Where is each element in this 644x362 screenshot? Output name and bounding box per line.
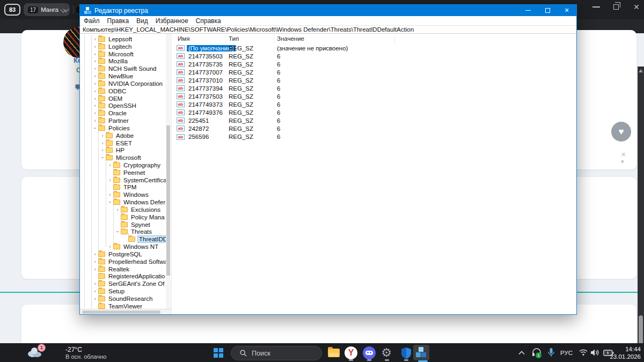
tree-item-logitech[interactable]: ›Logitech [80,43,172,50]
chevron-collapsed-icon[interactable]: › [92,88,98,94]
browser-close-button[interactable]: ✕ [633,3,640,11]
value-name[interactable]: 2147737007 [187,69,224,76]
chevron-collapsed-icon[interactable]: › [107,244,113,249]
value-name[interactable]: 242872 [187,125,210,132]
browser-minimize-button[interactable] [592,6,600,8]
chevron-collapsed-icon[interactable]: › [92,110,98,116]
tree-item-partner[interactable]: ›Partner [80,117,172,124]
tree-item-registeredapplicatio[interactable]: RegisteredApplicatio [80,273,172,280]
menu-file[interactable]: Файл [84,17,104,25]
value-name[interactable]: 225451 [187,117,210,124]
registry-value-row[interactable]: ab2147735735REG_SZ6 [173,60,576,68]
tree-item-policies[interactable]: ›Policies [80,124,172,132]
file-explorer-icon[interactable] [328,346,341,359]
discord-icon[interactable] [363,346,376,359]
chevron-expanded-icon[interactable]: › [92,125,98,131]
minimize-button[interactable] [518,5,538,16]
chevron-collapsed-icon[interactable]: › [92,118,98,123]
tree-item-windows-defer[interactable]: ›Windows Defer [80,198,172,206]
tree-item-threatidd[interactable]: ThreatIDD [80,235,172,243]
value-name[interactable]: 2147737394 [187,85,224,92]
tree-item-odbc[interactable]: ›ODBC [80,87,172,95]
scrollbar-thumb[interactable] [82,311,160,314]
settings-gear-icon[interactable]: ⚙ [380,346,393,359]
menu-edit[interactable]: Правка [107,17,134,25]
tree-horizontal-scrollbar[interactable] [80,309,172,314]
chevron-collapsed-icon[interactable]: › [92,51,98,57]
tree-item-eset[interactable]: ›ESET [80,139,172,147]
menu-help[interactable]: Справка [196,17,225,25]
registry-value-row[interactable]: ab2147749376REG_SZ6 [173,108,576,116]
regedit-address-bar[interactable]: Компьютер\HKEY_LOCAL_MACHINE\SOFTWARE\Po… [80,25,576,34]
search-box[interactable]: Поиск [231,346,322,360]
tree-vertical-scrollbar[interactable] [166,34,171,309]
tree-item-setup[interactable]: ›Setup [80,287,172,295]
chevron-collapsed-icon[interactable]: › [92,252,98,257]
value-name[interactable]: 2147735503 [187,53,224,60]
chevron-collapsed-icon[interactable]: › [92,296,98,301]
chevron-collapsed-icon[interactable]: › [92,66,98,71]
chevron-collapsed-icon[interactable]: › [114,207,121,212]
registry-value-row[interactable]: ab256596REG_SZ6 [173,133,576,141]
tab-counter-button[interactable]: 83 [4,4,20,16]
registry-value-row[interactable]: ab225451REG_SZ6 [173,116,576,124]
clock[interactable]: 14:44 23.01.2026 [603,345,641,360]
tree-item-tpm[interactable]: TPM [80,184,172,191]
registry-value-row[interactable]: ab(По умолчанию)REG_SZ(значение не присв… [173,44,576,52]
tree-item-sergeant-s-zone-of-g[interactable]: ›SerGEAnt's Zone Of G [80,280,172,287]
tree-item-realtek[interactable]: ›Realtek [80,265,172,273]
like-button[interactable]: ♥ [611,122,631,142]
language-indicator[interactable]: РУС [560,350,573,356]
tree-item-soundresearch[interactable]: ›SoundResearch [80,295,172,302]
tree-item-exclusions[interactable]: ›Exclusions [80,206,172,213]
chevron-collapsed-icon[interactable]: › [99,147,106,153]
value-name[interactable]: 2147737503 [187,93,224,100]
tree-item-nch-swift-sound[interactable]: ›NCH Swift Sound [80,65,172,72]
tree-item-policy-mana[interactable]: Policy Mana [80,213,172,221]
value-name[interactable]: 2147735735 [187,61,224,68]
browser-tab[interactable]: 17 Манга [24,3,70,16]
scroll-up-icon[interactable] [639,69,643,72]
close-button[interactable]: ✕ [557,5,576,16]
registry-value-row[interactable]: ab2147749373REG_SZ6 [173,100,576,108]
tree-item-windows[interactable]: ›Windows [80,191,172,198]
chevron-collapsed-icon[interactable]: › [92,44,98,49]
chevron-collapsed-icon[interactable]: › [92,36,98,42]
tree-item-threats[interactable]: ›Threats [80,228,172,236]
column-header-name[interactable]: Имя [178,35,189,42]
registry-value-row[interactable]: ab2147735503REG_SZ6 [173,52,576,60]
menu-view[interactable]: Вид [136,17,152,25]
tree-item-openssh[interactable]: ›OpenSSH [80,102,172,109]
browser-restore-button[interactable] [613,4,619,10]
chevron-collapsed-icon[interactable]: › [99,141,106,146]
chevron-collapsed-icon[interactable]: › [92,259,98,264]
chevron-collapsed-icon[interactable]: › [107,162,113,168]
registry-value-row[interactable]: ab2147737394REG_SZ6 [173,84,576,92]
tray-expand-icon[interactable] [518,351,525,355]
chevron-expanded-icon[interactable]: › [115,228,120,235]
column-header-value[interactable]: Значение [277,35,304,42]
tree-item-cryptography[interactable]: ›Cryptography [80,161,172,169]
tree-item-mozilla[interactable]: ›Mozilla [80,57,172,65]
tree-item-windows-nt[interactable]: ›Windows NT [80,243,172,250]
tree-item-nvidia-corporation[interactable]: ›NVIDIA Corporation [80,80,172,87]
column-header-type[interactable]: Тип [229,35,239,42]
registry-value-row[interactable]: ab2147737010REG_SZ6 [173,76,576,84]
page-scrollbar[interactable] [638,67,644,362]
chevron-collapsed-icon[interactable]: › [92,103,98,108]
chevron-collapsed-icon[interactable]: › [107,192,113,197]
scrollbar-thumb[interactable] [166,125,170,276]
chevron-expanded-icon[interactable]: › [100,154,105,161]
registry-editor-icon[interactable] [416,347,427,358]
regedit-title-bar[interactable]: Редактор реестра ✕ [80,5,576,16]
tree-item-newblue[interactable]: ›NewBlue [80,72,172,80]
value-name[interactable]: 2147749376 [187,109,224,116]
tree-item-oracle[interactable]: ›Oracle [80,109,172,117]
tree-item-hp[interactable]: ›HP [80,146,172,154]
tree-item-microsoft[interactable]: ›Microsoft [80,154,172,161]
tree-item-microsoft[interactable]: ›Microsoft [80,50,172,58]
tree-item-systemcertifica[interactable]: ›SystemCertifica [80,176,172,184]
chevron-collapsed-icon[interactable]: › [92,281,98,286]
value-name[interactable]: 2147737010 [187,77,224,84]
chevron-collapsed-icon[interactable]: › [92,267,98,272]
